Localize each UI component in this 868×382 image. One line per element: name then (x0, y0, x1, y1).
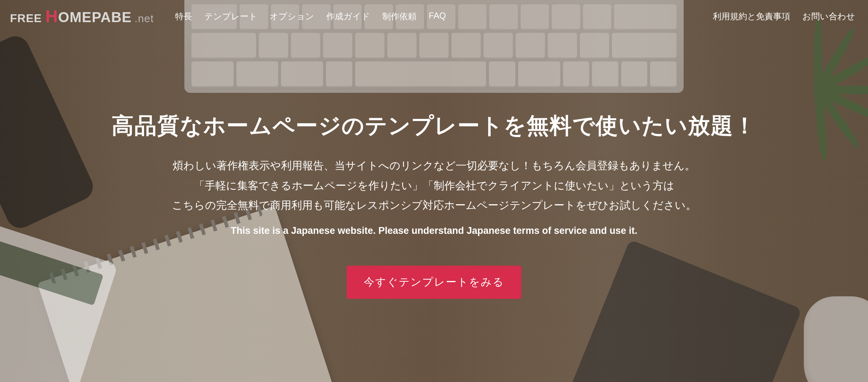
hero-english-note: This site is a Japanese website. Please … (0, 225, 868, 236)
nav-options[interactable]: オプション (270, 11, 314, 22)
nav-templates[interactable]: テンプレート (204, 11, 257, 22)
hero-content: 高品質なホームページのテンプレートを無料で使いたい放題！ 煩わしい著作権表示や利… (0, 111, 868, 299)
mouse-image (804, 296, 868, 382)
nav-guide[interactable]: 作成ガイド (326, 11, 370, 22)
main-nav: 特長 テンプレート オプション 作成ガイド 制作依頼 FAQ (175, 11, 446, 22)
secondary-nav: 利用規約と免責事項 お問い合わせ (713, 11, 855, 22)
logo-text-suffix: .net (134, 12, 154, 25)
hero-subtitle-line-2: 「手軽に集客できるホームページを作りたい」「制作会社でクライアントに使いたい」と… (0, 176, 868, 196)
cta-view-templates-button[interactable]: 今すぐテンプレートをみる (347, 266, 521, 299)
nav-contact[interactable]: お問い合わせ (802, 11, 855, 22)
nav-terms[interactable]: 利用規約と免責事項 (713, 11, 790, 22)
site-header: FREE H OMEPABE .net 特長 テンプレート オプション 作成ガイ… (0, 0, 868, 32)
logo-text-rest: OMEPABE (58, 9, 132, 25)
site-logo[interactable]: FREE H OMEPABE .net (10, 6, 154, 26)
logo-text-h: H (45, 6, 58, 26)
hero-subtitle-line-3: こちらの完全無料で商用利用も可能なレスポンシブ対応ホームページテンプレートをぜひ… (0, 195, 868, 215)
hero-subtitle-line-1: 煩わしい著作権表示や利用報告、当サイトへのリンクなど一切必要なし！もちろん会員登… (0, 156, 868, 176)
nav-features[interactable]: 特長 (175, 11, 192, 22)
logo-text-free: FREE (10, 12, 42, 25)
hero-section: FREE H OMEPABE .net 特長 テンプレート オプション 作成ガイ… (0, 0, 868, 382)
hero-title: 高品質なホームページのテンプレートを無料で使いたい放題！ (0, 111, 868, 141)
nav-request[interactable]: 制作依頼 (382, 11, 417, 22)
nav-faq[interactable]: FAQ (429, 11, 446, 22)
